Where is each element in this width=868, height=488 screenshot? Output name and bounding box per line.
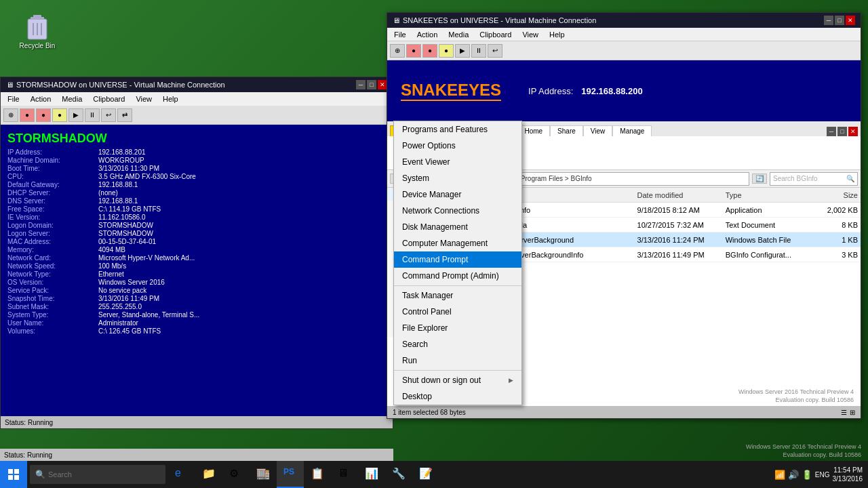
menu-action-storm[interactable]: Action bbox=[26, 95, 56, 103]
menu-media-storm[interactable]: Media bbox=[58, 95, 86, 103]
col-type[interactable]: Type bbox=[726, 191, 808, 199]
view-grid-btn[interactable]: ⊞ bbox=[850, 409, 855, 416]
start-button[interactable] bbox=[0, 461, 27, 488]
tray-clock[interactable]: 11:54 PM 3/13/2016 bbox=[833, 466, 863, 483]
view-list-btn[interactable]: ☰ bbox=[841, 409, 847, 416]
menu-view-storm[interactable]: View bbox=[132, 95, 156, 103]
menu-item-system[interactable]: System bbox=[394, 170, 521, 186]
taskbar-app-misc4[interactable]: 🔧 bbox=[385, 461, 412, 488]
minimize-btn-snake[interactable]: ─ bbox=[824, 16, 833, 25]
toolbar-snake-6[interactable]: ⏸ bbox=[471, 44, 486, 58]
col-date[interactable]: Date modified bbox=[637, 191, 726, 199]
vm-icon-storm: 🖥 bbox=[6, 81, 14, 89]
tab-share[interactable]: Share bbox=[550, 125, 583, 136]
svg-rect-2 bbox=[33, 15, 41, 18]
desktop-icon-recycle-bin-1[interactable]: Recycle Bin bbox=[14, 14, 61, 50]
maximize-btn-snake[interactable]: □ bbox=[835, 16, 844, 25]
toolbar-snake-3[interactable]: ● bbox=[422, 44, 437, 58]
toolbar-btn-5[interactable]: ▶ bbox=[68, 108, 83, 122]
menu-item-controlpanel[interactable]: Control Panel bbox=[394, 304, 521, 320]
menu-item-compmgmt[interactable]: Computer Management bbox=[394, 235, 521, 251]
menu-clipboard-snake[interactable]: Clipboard bbox=[475, 30, 515, 39]
menu-item-fileexplorer[interactable]: File Explorer bbox=[394, 320, 521, 336]
menu-file-snake[interactable]: File bbox=[390, 30, 410, 39]
file-row-serverbginfo[interactable]: ⚙ ServerBackgroundInfo 3/13/2016 11:49 P… bbox=[496, 247, 861, 262]
col-size[interactable]: Size bbox=[808, 191, 858, 199]
toolbar-btn-6[interactable]: ⏸ bbox=[85, 108, 100, 122]
svg-rect-15 bbox=[14, 469, 19, 474]
file-row-eula[interactable]: 📄 Eula 10/27/2015 7:32 AM Text Document … bbox=[496, 218, 861, 232]
menu-clipboard-storm[interactable]: Clipboard bbox=[89, 95, 129, 103]
file-row-bginfo[interactable]: ⚙ Bginfo 9/18/2015 8:12 AM Application 2… bbox=[496, 203, 861, 218]
taskbar-apps: e 📁 ⚙ 🏬 PS 📋 🖥 📊 🔧 📝 bbox=[168, 461, 769, 488]
ribbon-close-btn[interactable]: ✕ bbox=[848, 127, 858, 136]
menu-item-programs[interactable]: Programs and Features bbox=[394, 121, 521, 138]
taskbar-app-files[interactable]: 📁 bbox=[195, 461, 222, 488]
tray-lang-icon[interactable]: ENG bbox=[815, 471, 830, 479]
tab-manage[interactable]: Manage bbox=[612, 125, 652, 136]
taskbar-app-powershell[interactable]: PS bbox=[277, 461, 304, 488]
menu-item-run[interactable]: Run bbox=[394, 352, 521, 369]
search-input[interactable] bbox=[48, 470, 160, 479]
toolbar-btn-2[interactable]: ● bbox=[20, 108, 35, 122]
taskbar-app-misc2[interactable]: 🖥 bbox=[331, 461, 358, 488]
toolbar-snake-7[interactable]: ↩ bbox=[488, 44, 502, 58]
tray-network-icon[interactable]: 📶 bbox=[774, 470, 785, 480]
menu-file-storm[interactable]: File bbox=[3, 95, 24, 103]
tray-volume-icon[interactable]: 🔊 bbox=[788, 470, 799, 480]
tray-battery-icon[interactable]: 🔋 bbox=[802, 470, 812, 480]
toolbar-btn-3[interactable]: ● bbox=[36, 108, 51, 122]
menu-item-power[interactable]: Power Options bbox=[394, 138, 521, 154]
toolbar-snake-5[interactable]: ▶ bbox=[455, 44, 470, 58]
vm-window-stormshadow: 🖥 STORMSHADOW on UNIVERSE - Virtual Mach… bbox=[0, 77, 393, 429]
tab-view[interactable]: View bbox=[583, 125, 613, 136]
menu-item-diskmgmt[interactable]: Disk Management bbox=[394, 219, 521, 235]
menu-item-search[interactable]: Search bbox=[394, 336, 521, 352]
menu-item-cmdpromptadmin[interactable]: Command Prompt (Admin) bbox=[394, 268, 521, 284]
menu-help-storm[interactable]: Help bbox=[159, 95, 182, 103]
ribbon-maximize-btn[interactable]: □ bbox=[837, 127, 847, 136]
toolbar-btn-7[interactable]: ↩ bbox=[101, 108, 116, 122]
svg-rect-17 bbox=[14, 475, 19, 480]
taskbar-app-misc5[interactable]: 📝 bbox=[412, 461, 439, 488]
close-btn-snake[interactable]: ✕ bbox=[846, 16, 855, 25]
toolbar-snake-1[interactable]: ⊕ bbox=[390, 44, 405, 58]
search-bar[interactable]: Search BGInfo 🔍 bbox=[770, 172, 858, 186]
menu-item-devicemgr[interactable]: Device Manager bbox=[394, 186, 521, 203]
menu-item-eventviewer[interactable]: Event Viewer bbox=[394, 154, 521, 170]
menu-media-snake[interactable]: Media bbox=[444, 30, 473, 39]
menu-item-shutdown[interactable]: Shut down or sign out ▶ bbox=[394, 372, 521, 388]
vm-icon-snake: 🖥 bbox=[393, 16, 400, 24]
snake-ip-label: IP Address: bbox=[528, 86, 573, 96]
snake-ip-value: 192.168.88.200 bbox=[581, 86, 642, 96]
toolbar-btn-1[interactable]: ⊕ bbox=[3, 108, 18, 122]
menu-item-cmdprompt[interactable]: Command Prompt bbox=[394, 251, 521, 268]
toolbar-btn-8[interactable]: ⇄ bbox=[117, 108, 132, 122]
toolbar-btn-4[interactable]: ● bbox=[52, 108, 67, 122]
menu-item-taskmgr[interactable]: Task Manager bbox=[394, 287, 521, 304]
minimize-btn-storm[interactable]: ─ bbox=[356, 80, 366, 89]
taskbar-app-misc3[interactable]: 📊 bbox=[358, 461, 385, 488]
desktop: Recycle Bin Recycle Bin ⚙ ServerBackgrou… bbox=[0, 0, 868, 488]
toolbar-snake-2[interactable]: ● bbox=[406, 44, 421, 58]
taskbar: 🔍 e 📁 ⚙ 🏬 PS 📋 🖥 📊 🔧 📝 📶 🔊 🔋 ENG 11:54 P… bbox=[0, 461, 868, 488]
menu-action-snake[interactable]: Action bbox=[413, 30, 442, 39]
taskbar-app-misc1[interactable]: 📋 bbox=[304, 461, 331, 488]
file-row-serverbg[interactable]: 📋 ServerBackground 3/13/2016 11:24 PM Wi… bbox=[496, 232, 861, 247]
nav-refresh-btn[interactable]: 🔄 bbox=[752, 174, 767, 184]
vm-info-table-storm: IP Address:192.168.88.201 Machine Domain… bbox=[7, 148, 386, 335]
taskbar-search[interactable]: 🔍 bbox=[30, 465, 165, 484]
vm-toolbar-snake: ⊕ ● ● ● ▶ ⏸ ↩ bbox=[387, 41, 861, 60]
taskbar-app-settings[interactable]: ⚙ bbox=[222, 461, 250, 488]
menu-help-snake[interactable]: Help bbox=[545, 30, 569, 39]
toolbar-snake-4[interactable]: ● bbox=[439, 44, 454, 58]
maximize-btn-storm[interactable]: □ bbox=[367, 80, 376, 89]
ribbon-minimize-btn[interactable]: ─ bbox=[827, 127, 836, 136]
taskbar-app-store[interactable]: 🏬 bbox=[250, 461, 277, 488]
menu-item-desktop[interactable]: Desktop bbox=[394, 388, 521, 405]
vm-titlebar-storm: 🖥 STORMSHADOW on UNIVERSE - Virtual Mach… bbox=[1, 77, 393, 92]
menu-item-netconn[interactable]: Network Connections bbox=[394, 203, 521, 219]
taskbar-app-ie[interactable]: e bbox=[168, 461, 195, 488]
close-btn-storm[interactable]: ✕ bbox=[378, 80, 387, 89]
menu-view-snake[interactable]: View bbox=[518, 30, 542, 39]
